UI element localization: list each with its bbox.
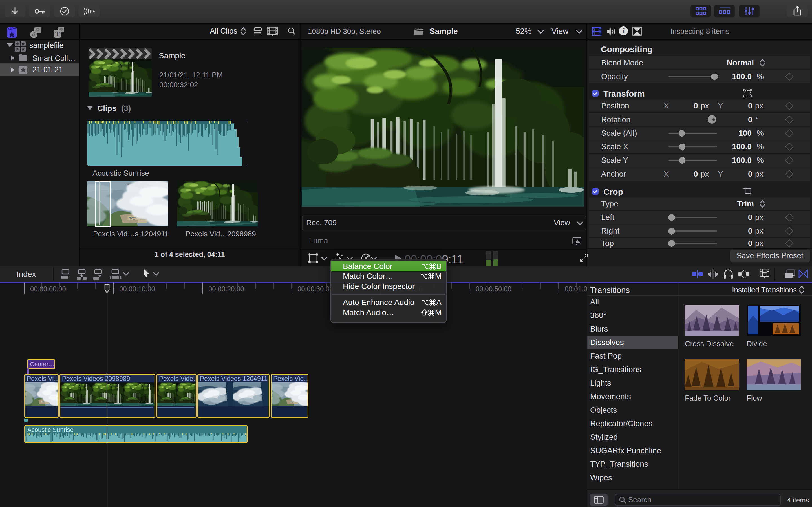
svg-text:T: T — [55, 30, 60, 38]
